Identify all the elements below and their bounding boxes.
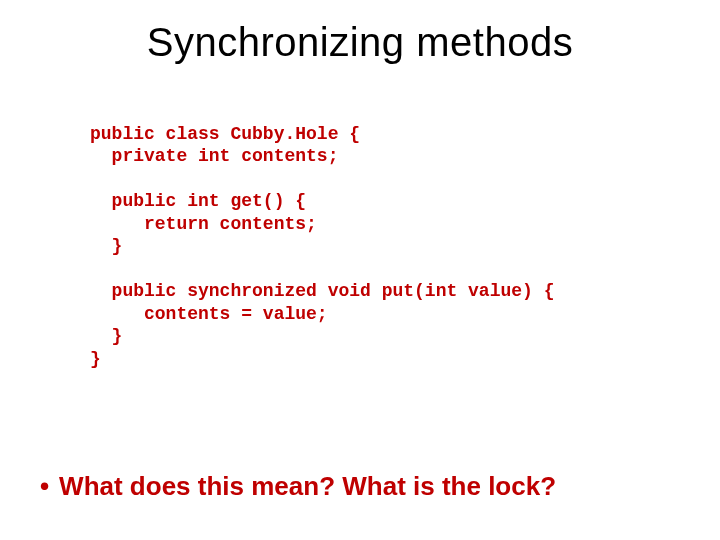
code-line: } <box>90 349 101 369</box>
code-line: public class Cubby.Hole { <box>90 124 360 144</box>
slide-title: Synchronizing methods <box>0 20 720 65</box>
code-line: } <box>90 236 122 256</box>
slide: Synchronizing methods public class Cubby… <box>0 0 720 540</box>
code-line: public int get() { <box>90 191 306 211</box>
code-line: contents = value; <box>90 304 328 324</box>
code-line: public synchronized void put(int value) … <box>90 281 554 301</box>
bullet-marker-icon: • <box>40 471 49 502</box>
code-line: } <box>90 326 122 346</box>
code-line: return contents; <box>90 214 317 234</box>
code-block: public class Cubby.Hole { private int co… <box>90 100 554 370</box>
bullet-item: •What does this mean? What is the lock? <box>40 471 680 502</box>
code-line: private int contents; <box>90 146 338 166</box>
bullet-text: What does this mean? What is the lock? <box>59 471 556 501</box>
